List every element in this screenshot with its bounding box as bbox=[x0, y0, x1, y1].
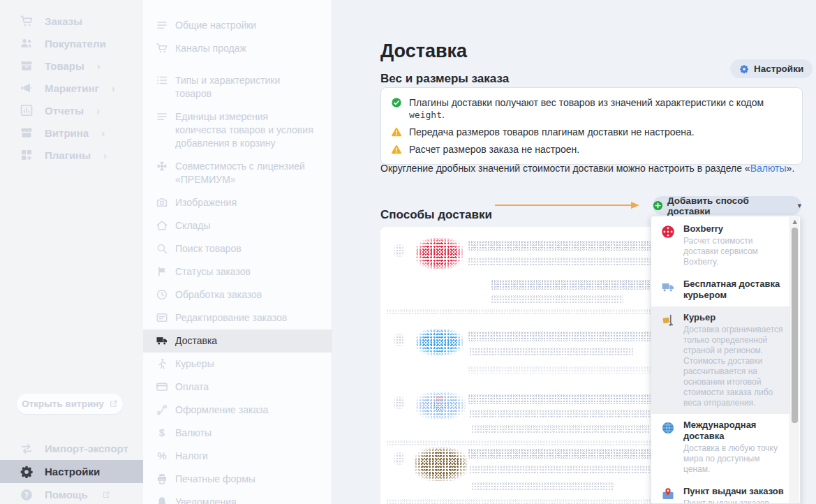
sidebar-item-label: Настройки bbox=[45, 466, 100, 477]
shipping-logo-redacted bbox=[415, 238, 463, 269]
weight-notices-box: Плагины доставки получают вес товаров из… bbox=[380, 87, 803, 165]
settings-item-order-statuses[interactable]: Статусы заказов bbox=[143, 260, 332, 283]
chevron-right-icon: › bbox=[101, 127, 105, 139]
settings-item-warehouses[interactable]: Склады bbox=[143, 214, 332, 237]
dropdown-item-title: Международная доставка bbox=[683, 420, 785, 442]
users-icon bbox=[20, 36, 34, 50]
settings-item-print-forms[interactable]: Печатные формы bbox=[143, 468, 332, 491]
settings-item-units[interactable]: Единицы измерения количества товаров и у… bbox=[143, 105, 332, 155]
settings-item-payment[interactable]: Оплата bbox=[143, 376, 332, 399]
payment-card-icon bbox=[156, 380, 168, 393]
dropdown-item-international[interactable]: Международная доставка Доставка в любую … bbox=[651, 414, 790, 480]
settings-item-product-types[interactable]: Типы и характеристики товаров bbox=[143, 69, 332, 105]
settings-item-general[interactable]: Общие настройки bbox=[143, 14, 332, 37]
sidebar-item-label: Маркетинг bbox=[45, 82, 99, 94]
sidebar-item-reports[interactable]: Отчеты › bbox=[0, 99, 143, 121]
chevron-right-icon: › bbox=[97, 60, 101, 72]
storefront-icon bbox=[20, 126, 34, 140]
chevron-right-icon: › bbox=[112, 82, 115, 94]
weight-settings-button[interactable]: Настройки bbox=[730, 59, 813, 78]
settings-item-label: Статусы заказов bbox=[175, 266, 251, 277]
redacted-text bbox=[469, 348, 633, 356]
settings-item-label: Типы и характеристики товаров bbox=[175, 75, 280, 99]
drag-handle-redacted[interactable] bbox=[393, 452, 406, 466]
dropdown-item-courier[interactable]: Курьер Доставка ограничивается только оп… bbox=[651, 306, 790, 414]
puzzle-icon bbox=[156, 160, 168, 172]
shipping-logo-redacted bbox=[414, 447, 467, 481]
notice-row: Расчет размеров заказа не настроен. bbox=[391, 144, 792, 156]
card-lines-icon bbox=[156, 311, 168, 324]
external-link-icon bbox=[109, 399, 118, 408]
settings-item-notifications[interactable]: Уведомления bbox=[143, 491, 332, 504]
page-title: Доставка bbox=[380, 40, 467, 62]
sidebar-item-marketing[interactable]: Маркетинг › bbox=[0, 77, 143, 99]
settings-item-images[interactable]: Изображения bbox=[143, 191, 332, 214]
dropdown-scrollbar[interactable]: ▲ bbox=[789, 217, 799, 504]
caret-down-icon: ▾ bbox=[797, 201, 801, 210]
methods-section-title: Способы доставки bbox=[380, 208, 492, 222]
settings-item-license-compat[interactable]: Совместимость с лицензией «ПРЕМИУМ» bbox=[143, 155, 332, 191]
box-icon bbox=[20, 59, 34, 73]
map-pin-icon bbox=[661, 487, 675, 501]
dropdown-item-desc: Пункт выдачи заказов для покупателей из … bbox=[683, 498, 785, 504]
menu-lines-icon bbox=[156, 110, 168, 123]
add-shipping-method-button[interactable]: Добавить способ доставки ▾ bbox=[653, 196, 801, 215]
sidebar-item-label: Импорт-экспорт bbox=[45, 443, 128, 454]
sidebar-item-products[interactable]: Товары › bbox=[0, 54, 143, 77]
shipping-logo-redacted bbox=[415, 329, 463, 355]
import-export-icon bbox=[20, 442, 34, 456]
settings-item-label: Оплата bbox=[175, 381, 209, 392]
settings-item-checkout[interactable]: Оформление заказа bbox=[143, 399, 332, 422]
settings-item-shipping[interactable]: Доставка bbox=[143, 329, 332, 353]
dropdown-item-boxberry[interactable]: Boxberry Расчет стоимости доставки серви… bbox=[651, 218, 790, 273]
chevron-right-icon: › bbox=[103, 149, 107, 161]
menu-lines-icon bbox=[156, 19, 168, 31]
settings-item-label: Обработка заказов bbox=[175, 289, 262, 300]
settings-item-taxes[interactable]: % Налоги bbox=[143, 445, 332, 468]
sidebar-item-label: Плагины bbox=[45, 149, 91, 161]
currencies-link[interactable]: Валюты bbox=[750, 163, 787, 174]
sidebar-item-customers[interactable]: Покупатели bbox=[0, 32, 143, 54]
scroll-up-icon[interactable]: ▲ bbox=[790, 218, 799, 225]
flow-icon bbox=[156, 403, 168, 416]
drag-handle-redacted[interactable] bbox=[393, 244, 406, 258]
rounding-note: Округление дробных значений стоимости до… bbox=[380, 163, 794, 174]
dropdown-item-pickup-point[interactable]: Пункт выдачи заказов Пункт выдачи заказо… bbox=[651, 480, 790, 504]
settings-item-couriers[interactable]: Курьеры bbox=[143, 353, 332, 376]
settings-item-order-processing[interactable]: Обработка заказов bbox=[143, 283, 332, 306]
sidebar-item-orders[interactable]: Заказы bbox=[0, 10, 143, 32]
percent-icon: % bbox=[156, 450, 168, 462]
open-storefront-button[interactable]: Открыть витрину bbox=[17, 394, 123, 414]
settings-item-sales-channels[interactable]: Каналы продаж bbox=[143, 37, 332, 60]
settings-item-label: Совместимость с лицензией «ПРЕМИУМ» bbox=[175, 161, 305, 185]
settings-item-order-editing[interactable]: Редактирование заказов bbox=[143, 306, 332, 329]
scrollbar-thumb[interactable] bbox=[792, 228, 798, 423]
sidebar-item-label: Товары bbox=[45, 60, 84, 72]
dropdown-item-desc: Доставка в любую точку мира по доступным… bbox=[683, 443, 785, 475]
sidebar-item-help[interactable]: ? Помощь bbox=[0, 483, 143, 504]
dropdown-item-desc: Доставка ограничивается только определен… bbox=[683, 325, 785, 408]
settings-item-currencies[interactable]: $ Валюты bbox=[143, 422, 332, 445]
camera-icon bbox=[156, 196, 168, 209]
sidebar-item-plugins[interactable]: Плагины › bbox=[0, 144, 143, 166]
home-icon bbox=[156, 219, 168, 232]
boxberry-logo bbox=[661, 225, 675, 239]
shipping-logo-redacted bbox=[415, 392, 466, 420]
hand-truck-icon bbox=[661, 313, 675, 327]
settings-item-product-search[interactable]: Поиск товаров bbox=[143, 237, 332, 260]
clock-icon bbox=[156, 288, 168, 301]
drag-handle-redacted[interactable] bbox=[393, 396, 406, 410]
chevron-right-icon: › bbox=[96, 105, 100, 117]
dropdown-item-title: Boxberry bbox=[683, 223, 785, 235]
settings-item-label: Общие настройки bbox=[175, 20, 256, 31]
flag-icon bbox=[156, 265, 168, 278]
sidebar-item-import-export[interactable]: Импорт-экспорт bbox=[0, 437, 143, 460]
sidebar-item-settings[interactable]: Настройки bbox=[0, 460, 143, 483]
dropdown-item-free-courier[interactable]: Бесплатная доставка курьером bbox=[651, 273, 790, 306]
notice-row: Плагины доставки получают вес товаров из… bbox=[391, 97, 792, 121]
chart-icon bbox=[20, 103, 34, 117]
sidebar-item-storefront[interactable]: Витрина › bbox=[0, 121, 143, 144]
weight-settings-button-label: Настройки bbox=[754, 64, 803, 74]
settings-item-label: Редактирование заказов bbox=[175, 312, 287, 323]
drag-handle-redacted[interactable] bbox=[393, 333, 406, 347]
